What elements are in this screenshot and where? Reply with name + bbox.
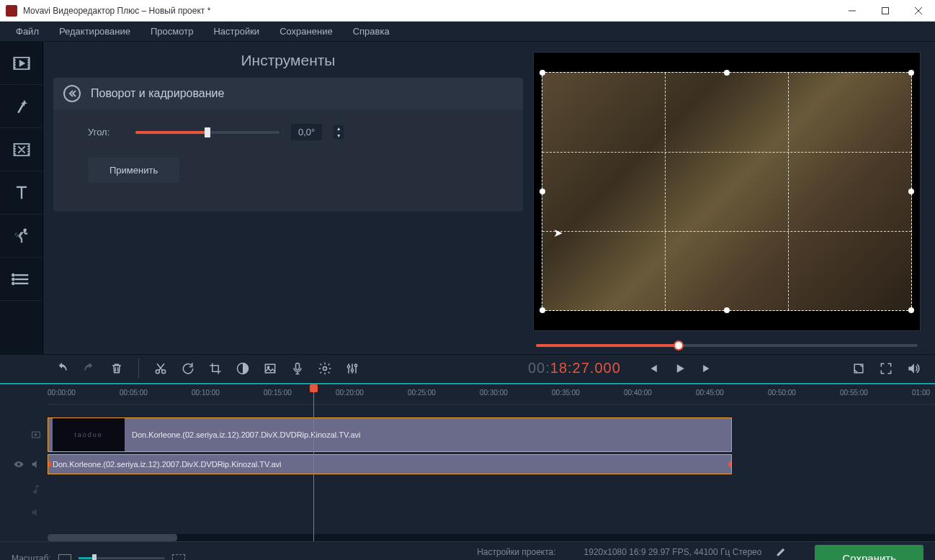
minimize-button[interactable] xyxy=(836,0,869,22)
zoom-slider[interactable] xyxy=(79,557,165,559)
timecode-rest: 18:27.000 xyxy=(550,360,621,376)
statusbar: Масштаб: Настройки проекта: 1920x1080 16… xyxy=(0,541,935,560)
timeline-ruler[interactable]: 00:00:00 00:05:00 00:10:00 00:15:00 00:2… xyxy=(48,384,935,405)
rotate-crop-box: Поворот и кадрирование Угол: 0,0° ▲▼ При… xyxy=(53,78,523,212)
cut-button[interactable] xyxy=(148,357,174,380)
sidebar xyxy=(0,42,43,354)
crop-handle-w[interactable] xyxy=(540,189,545,194)
menu-view[interactable]: Просмотр xyxy=(140,23,203,40)
svg-point-11 xyxy=(12,274,14,276)
playhead[interactable] xyxy=(313,384,314,541)
crop-handle-n[interactable] xyxy=(724,70,730,76)
image-button[interactable] xyxy=(257,357,283,380)
close-button[interactable] xyxy=(902,0,935,22)
ruler-tick: 00:25:00 xyxy=(408,389,436,397)
popout-button[interactable] xyxy=(846,357,872,380)
prev-button[interactable] xyxy=(640,357,666,380)
color-button[interactable] xyxy=(230,357,256,380)
svg-point-20 xyxy=(323,367,327,371)
svg-point-12 xyxy=(12,278,14,279)
audio-clip-name: Don.Korleone.(02.seriya.iz.12).2007.DivX… xyxy=(53,460,282,469)
menubar: Файл Редактирование Просмотр Настройки С… xyxy=(0,22,935,42)
next-button[interactable] xyxy=(694,357,720,380)
timecode-hours: 00: xyxy=(528,360,550,376)
sidebar-more-button[interactable] xyxy=(0,258,42,301)
play-button[interactable] xyxy=(667,357,693,380)
edit-settings-icon[interactable] xyxy=(776,547,786,557)
zoom-out-icon[interactable] xyxy=(58,554,71,561)
crop-button[interactable] xyxy=(202,357,228,380)
back-button[interactable] xyxy=(63,85,81,102)
svg-marker-26 xyxy=(35,434,37,436)
svg-point-13 xyxy=(12,282,14,284)
window-title: Movavi Видеоредактор Плюс – Новый проект… xyxy=(23,6,836,16)
apply-button[interactable]: Применить xyxy=(88,158,179,183)
ruler-tick: 00:50:00 xyxy=(768,389,796,397)
speaker-icon[interactable] xyxy=(30,459,42,470)
ruler-tick: 00:35:00 xyxy=(552,389,580,397)
svg-rect-17 xyxy=(265,364,274,373)
ruler-tick: 01:00 xyxy=(912,389,930,397)
save-button[interactable]: Сохранить xyxy=(815,545,923,560)
svg-rect-19 xyxy=(296,363,300,370)
ruler-tick: 00:15:00 xyxy=(264,389,292,397)
svg-point-21 xyxy=(347,366,349,368)
rotate-button[interactable] xyxy=(175,357,201,380)
tool-section-title: Поворот и кадрирование xyxy=(91,87,224,100)
menu-edit[interactable]: Редактирование xyxy=(49,23,140,40)
sidebar-titles-button[interactable] xyxy=(0,171,42,214)
menu-settings[interactable]: Настройки xyxy=(203,23,269,40)
crop-handle-e[interactable] xyxy=(908,189,914,194)
menu-help[interactable]: Справка xyxy=(343,23,400,40)
crop-rectangle[interactable] xyxy=(542,72,913,311)
ruler-tick: 00:40:00 xyxy=(624,389,652,397)
volume-button[interactable] xyxy=(900,357,926,380)
eye-icon[interactable] xyxy=(13,459,24,470)
sidebar-media-button[interactable] xyxy=(0,42,42,85)
preview-scrubber[interactable] xyxy=(533,337,921,354)
svg-point-23 xyxy=(354,364,357,366)
preview-viewport[interactable] xyxy=(533,52,921,331)
menu-file[interactable]: Файл xyxy=(6,23,49,40)
crop-handle-nw[interactable] xyxy=(540,70,545,76)
speaker-icon[interactable] xyxy=(30,507,42,518)
ruler-tick: 00:30:00 xyxy=(480,389,508,397)
ruler-tick: 00:20:00 xyxy=(336,389,364,397)
sidebar-transitions-button[interactable] xyxy=(0,128,42,171)
equalizer-button[interactable] xyxy=(339,357,365,380)
mic-button[interactable] xyxy=(285,357,310,380)
video-clip[interactable]: taodue Don.Korleone.(02.seriya.iz.12).20… xyxy=(48,417,732,452)
gear-button[interactable] xyxy=(312,357,338,380)
redo-button[interactable] xyxy=(76,357,102,380)
ruler-tick: 00:55:00 xyxy=(840,389,868,397)
tools-panel-title: Инструменты xyxy=(53,52,523,69)
svg-rect-1 xyxy=(882,7,889,14)
timeline-hscroll[interactable] xyxy=(48,534,935,541)
spinner-up-icon[interactable]: ▲ xyxy=(334,125,344,132)
spinner-down-icon[interactable]: ▼ xyxy=(334,132,344,139)
sidebar-motion-button[interactable] xyxy=(0,214,42,258)
delete-button[interactable] xyxy=(104,357,130,380)
undo-button[interactable] xyxy=(49,357,75,380)
crop-handle-sw[interactable] xyxy=(540,307,545,313)
sidebar-filters-button[interactable] xyxy=(0,85,42,128)
maximize-button[interactable] xyxy=(869,0,902,22)
audio-clip[interactable]: Don.Korleone.(02.seriya.iz.12).2007.DivX… xyxy=(48,454,732,474)
angle-spinner[interactable]: ▲▼ xyxy=(334,125,344,139)
preview-area xyxy=(533,42,935,354)
clip-thumbnail: taodue xyxy=(53,418,125,451)
angle-value[interactable]: 0,0° xyxy=(291,124,322,140)
crop-handle-se[interactable] xyxy=(908,307,914,313)
app-icon xyxy=(6,5,17,17)
zoom-in-icon[interactable] xyxy=(172,554,185,561)
angle-slider[interactable] xyxy=(135,131,279,134)
timeline: 00:00:00 00:05:00 00:10:00 00:15:00 00:2… xyxy=(0,383,935,541)
crop-handle-ne[interactable] xyxy=(908,70,914,76)
fullscreen-button[interactable] xyxy=(873,357,899,380)
ruler-tick: 00:10:00 xyxy=(192,389,220,397)
toolbar: 00:18:27.000 xyxy=(0,354,935,383)
ruler-tick: 00:05:00 xyxy=(120,389,148,397)
crop-handle-s[interactable] xyxy=(724,307,730,313)
menu-save[interactable]: Сохранение xyxy=(269,23,343,40)
music-note-icon xyxy=(30,484,42,495)
